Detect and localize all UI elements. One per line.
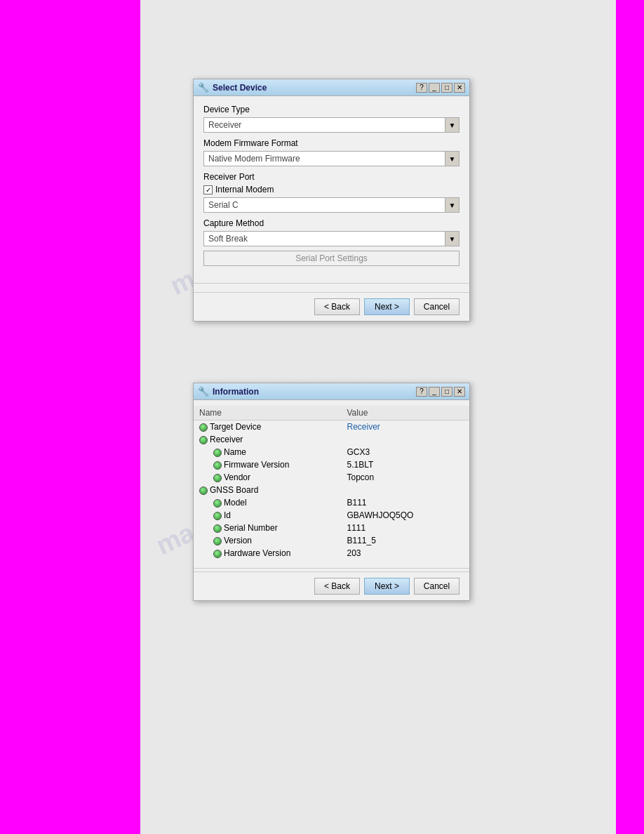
receiver-port-arrow[interactable]: ▼ bbox=[445, 198, 459, 212]
capture-method-dropdown[interactable]: Soft Break ▼ bbox=[203, 231, 459, 246]
receiver-port-value: Serial C bbox=[204, 199, 445, 211]
row-name: Serial Number bbox=[194, 522, 342, 534]
dialog1-back-button[interactable]: < Back bbox=[314, 298, 360, 315]
dialog1-next-button[interactable]: Next > bbox=[364, 298, 410, 315]
dialog2-title: Information bbox=[213, 387, 259, 397]
serial-port-settings-button[interactable]: Serial Port Settings bbox=[203, 251, 459, 266]
capture-method-arrow[interactable]: ▼ bbox=[445, 232, 459, 246]
row-name: Model bbox=[194, 496, 342, 509]
row-name: Id bbox=[194, 509, 342, 522]
table-row: Receiver bbox=[194, 433, 469, 446]
row-name-text: Model bbox=[224, 498, 247, 508]
info-titlebar-buttons: ? _ □ ✕ bbox=[416, 387, 465, 397]
select-device-dialog: Select Device ? _ □ ✕ Device Type Receiv… bbox=[193, 79, 470, 322]
info-close-button[interactable]: ✕ bbox=[454, 387, 465, 397]
dialog2-content: Name Value Target DeviceReceiverReceiver… bbox=[194, 400, 469, 565]
table-row: Serial Number1111 bbox=[194, 522, 469, 534]
row-icon bbox=[199, 423, 208, 432]
receiver-port-dropdown[interactable]: Serial C ▼ bbox=[203, 197, 459, 213]
modem-firmware-label: Modem Firmware Format bbox=[203, 138, 459, 148]
info-maximize-button[interactable]: □ bbox=[441, 387, 452, 397]
modem-firmware-dropdown[interactable]: Native Modem Firmware ▼ bbox=[203, 151, 459, 166]
dialog2-divider bbox=[194, 568, 469, 569]
row-value: 1111 bbox=[342, 522, 453, 534]
row-name-text: Receiver bbox=[210, 435, 243, 444]
row-name-text: Id bbox=[224, 510, 231, 520]
row-icon bbox=[213, 550, 222, 558]
row-name: Name bbox=[194, 446, 342, 458]
row-name-text: GNSS Board bbox=[210, 485, 258, 495]
device-type-value: Receiver bbox=[204, 119, 445, 131]
information-titlebar: Information ? _ □ ✕ bbox=[194, 383, 469, 400]
col-value-header: Value bbox=[342, 406, 453, 421]
info-help-button[interactable]: ? bbox=[416, 387, 427, 397]
table-row: NameGCX3 bbox=[194, 446, 469, 458]
close-button[interactable]: ✕ bbox=[454, 83, 465, 93]
row-icon bbox=[213, 449, 222, 457]
dialog1-footer: < Back Next > Cancel bbox=[194, 292, 469, 321]
device-type-label: Device Type bbox=[203, 105, 459, 114]
row-value: Receiver bbox=[342, 421, 453, 434]
table-row: ModelB111 bbox=[194, 496, 469, 509]
dialog1-cancel-button[interactable]: Cancel bbox=[414, 298, 459, 315]
row-name-text: Serial Number bbox=[224, 523, 278, 533]
dialog2-back-button[interactable]: < Back bbox=[314, 578, 360, 595]
information-dialog: Information ? _ □ ✕ Name Value bbox=[193, 383, 470, 601]
row-icon bbox=[213, 537, 222, 545]
row-value: B111_5 bbox=[342, 534, 453, 547]
dialog1-divider bbox=[194, 283, 469, 284]
row-name-text: Target Device bbox=[210, 422, 261, 432]
col-extra-header bbox=[453, 406, 469, 421]
table-row: VersionB111_5 bbox=[194, 534, 469, 547]
titlebar-buttons: ? _ □ ✕ bbox=[416, 83, 465, 93]
device-type-dropdown[interactable]: Receiver ▼ bbox=[203, 117, 459, 133]
row-name: Version bbox=[194, 534, 342, 547]
table-row: Target DeviceReceiver bbox=[194, 421, 469, 434]
modem-firmware-arrow[interactable]: ▼ bbox=[445, 152, 459, 166]
row-value: GCX3 bbox=[342, 446, 453, 458]
row-name: Receiver bbox=[194, 433, 342, 446]
row-name-text: Firmware Version bbox=[224, 460, 289, 470]
col-name-header: Name bbox=[194, 406, 342, 421]
internal-modem-label: Internal Modem bbox=[215, 185, 274, 194]
table-row: IdGBAWHJOQ5QO bbox=[194, 509, 469, 522]
info-minimize-button[interactable]: _ bbox=[429, 387, 440, 397]
row-icon bbox=[213, 461, 222, 470]
row-value: GBAWHJOQ5QO bbox=[342, 509, 453, 522]
dialog-icon bbox=[198, 82, 209, 93]
internal-modem-row: ✓ Internal Modem bbox=[203, 185, 459, 194]
row-name-text: Hardware Version bbox=[224, 548, 290, 558]
row-value bbox=[342, 433, 453, 446]
row-name: Vendor bbox=[194, 471, 342, 484]
dialog2-footer: < Back Next > Cancel bbox=[194, 571, 469, 600]
main-area: manuarchive.com manuarchive.com Select D… bbox=[140, 0, 616, 834]
dialog2-next-button[interactable]: Next > bbox=[364, 578, 410, 595]
maximize-button[interactable]: □ bbox=[441, 83, 452, 93]
table-row: Hardware Version203 bbox=[194, 547, 469, 560]
row-icon bbox=[213, 474, 222, 482]
row-icon bbox=[199, 486, 208, 495]
info-table: Name Value Target DeviceReceiverReceiver… bbox=[194, 406, 469, 560]
row-name-text: Vendor bbox=[224, 472, 250, 482]
row-value: 203 bbox=[342, 547, 453, 560]
table-row: VendorTopcon bbox=[194, 471, 469, 484]
right-sidebar bbox=[616, 0, 644, 834]
internal-modem-checkbox[interactable]: ✓ bbox=[203, 185, 213, 194]
help-button[interactable]: ? bbox=[416, 83, 427, 93]
device-type-arrow[interactable]: ▼ bbox=[445, 118, 459, 132]
minimize-button[interactable]: _ bbox=[429, 83, 440, 93]
capture-method-label: Capture Method bbox=[203, 218, 459, 228]
row-value bbox=[342, 484, 453, 496]
table-row: Firmware Version5.1BLT bbox=[194, 458, 469, 471]
modem-firmware-value: Native Modem Firmware bbox=[204, 152, 445, 165]
receiver-port-label: Receiver Port bbox=[203, 172, 459, 182]
titlebar-left: Select Device bbox=[198, 82, 267, 93]
dialog2-cancel-button[interactable]: Cancel bbox=[414, 578, 459, 595]
row-name-text: Version bbox=[224, 536, 252, 545]
row-name: Firmware Version bbox=[194, 458, 342, 471]
row-name: Hardware Version bbox=[194, 547, 342, 560]
row-icon bbox=[213, 524, 222, 533]
info-dialog-icon bbox=[198, 386, 209, 397]
row-icon bbox=[213, 499, 222, 508]
row-name: Target Device bbox=[194, 421, 342, 434]
